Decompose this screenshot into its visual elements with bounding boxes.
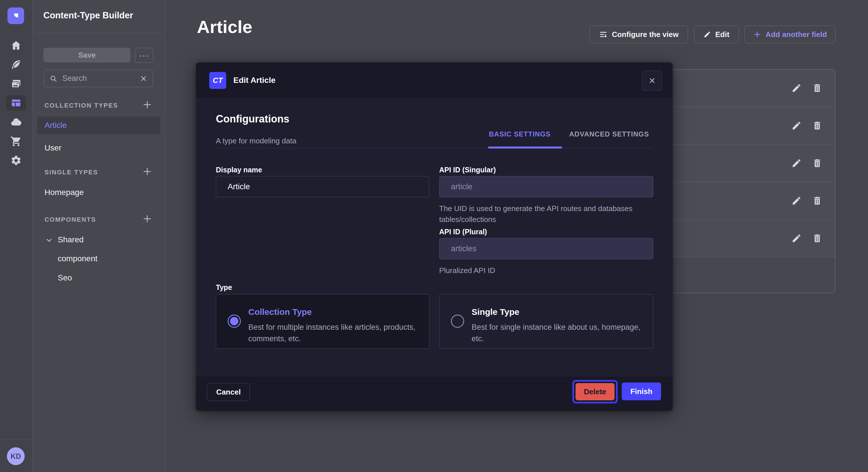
radio-collection-type[interactable] xyxy=(228,314,241,328)
close-icon[interactable] xyxy=(642,71,662,91)
sidebar-item-article[interactable]: Article xyxy=(37,116,160,134)
search-clear-icon[interactable] xyxy=(140,75,147,82)
api-id-singular-input xyxy=(439,176,653,197)
media-library-icon[interactable] xyxy=(10,77,22,90)
tabs-divider xyxy=(216,148,653,148)
user-avatar[interactable]: KD xyxy=(7,447,25,465)
add-another-field-label: Add another field xyxy=(766,30,827,39)
add-single-type-icon[interactable] xyxy=(142,166,153,177)
add-collection-type-icon[interactable] xyxy=(142,99,153,110)
app-window: KD Content-Type Builder Save ··· COLLECT… xyxy=(0,0,868,472)
sidebar-title: Content-Type Builder xyxy=(43,10,133,21)
edit-button[interactable]: Edit xyxy=(694,26,739,43)
row-delete-trash-icon[interactable] xyxy=(812,158,823,168)
search-icon xyxy=(50,75,57,82)
sidebar-item-component[interactable]: component xyxy=(58,254,98,263)
row-edit-pencil-icon[interactable] xyxy=(792,233,802,243)
collection-type-card[interactable]: Collection Type Best for multiple instan… xyxy=(216,294,429,349)
search-box xyxy=(43,70,153,87)
row-delete-trash-icon[interactable] xyxy=(812,196,823,206)
sidebar-item-seo[interactable]: Seo xyxy=(58,273,72,282)
page-title: Article xyxy=(197,16,252,37)
plus-icon xyxy=(753,30,761,38)
collection-types-heading: COLLECTION TYPES xyxy=(44,102,118,109)
tab-basic-settings[interactable]: BASIC SETTINGS xyxy=(489,130,551,138)
single-type-description: Best for single instance like about us, … xyxy=(472,322,647,344)
sidebar-group-shared[interactable]: Shared xyxy=(58,235,84,244)
save-button[interactable]: Save xyxy=(43,48,130,62)
api-id-singular-help: The UID is used to generate the API rout… xyxy=(439,203,646,225)
rail-divider xyxy=(0,439,32,440)
sidebar-divider xyxy=(32,32,165,32)
configurations-subtitle: A type for modeling data xyxy=(216,136,296,145)
row-delete-trash-icon[interactable] xyxy=(812,121,823,131)
type-label: Type xyxy=(216,283,232,292)
components-heading: COMPONENTS xyxy=(44,216,96,224)
delete-button[interactable]: Delete xyxy=(576,383,615,400)
finish-button[interactable]: Finish xyxy=(622,382,661,400)
row-delete-trash-icon[interactable] xyxy=(812,233,823,243)
single-type-title: Single Type xyxy=(472,307,519,317)
configurations-title: Configurations xyxy=(216,113,289,125)
nav-rail: KD xyxy=(0,0,32,472)
settings-gear-icon[interactable] xyxy=(10,154,22,167)
configure-view-icon xyxy=(599,30,608,39)
api-id-plural-input xyxy=(439,238,653,259)
modal-header: CT Edit Article xyxy=(196,63,673,98)
marketplace-cart-icon[interactable] xyxy=(10,135,22,148)
sidebar-item-user[interactable]: User xyxy=(44,143,61,153)
edit-label: Edit xyxy=(715,30,730,39)
search-input[interactable] xyxy=(62,74,135,83)
api-id-plural-label: API ID (Plural) xyxy=(439,228,487,236)
modal-title: Edit Article xyxy=(234,76,276,85)
sidebar-item-homepage[interactable]: Homepage xyxy=(44,188,84,197)
cloud-icon[interactable] xyxy=(10,116,22,129)
add-component-icon[interactable] xyxy=(142,213,153,225)
chevron-down-icon[interactable] xyxy=(45,236,53,245)
display-name-input[interactable] xyxy=(216,176,429,197)
strapi-logo-icon[interactable] xyxy=(7,7,24,24)
single-types-heading: SINGLE TYPES xyxy=(44,169,98,176)
home-icon[interactable] xyxy=(10,39,22,52)
row-edit-pencil-icon[interactable] xyxy=(792,196,802,206)
row-delete-trash-icon[interactable] xyxy=(812,83,823,93)
active-tab-underline xyxy=(488,146,562,148)
collection-type-description: Best for multiple instances like article… xyxy=(248,322,421,344)
api-id-singular-label: API ID (Singular) xyxy=(439,166,496,174)
row-edit-pencil-icon[interactable] xyxy=(792,83,802,93)
row-edit-pencil-icon[interactable] xyxy=(792,121,802,131)
content-type-badge: CT xyxy=(209,72,226,89)
single-type-card[interactable]: Single Type Best for single instance lik… xyxy=(439,294,653,349)
add-another-field-button[interactable]: Add another field xyxy=(745,26,836,43)
configure-view-button[interactable]: Configure the view xyxy=(590,26,688,43)
edit-article-modal: CT Edit Article Configurations A type fo… xyxy=(196,63,673,411)
collection-type-title: Collection Type xyxy=(248,307,312,317)
api-id-plural-help: Pluralized API ID xyxy=(439,265,495,276)
tab-advanced-settings[interactable]: ADVANCED SETTINGS xyxy=(569,130,649,138)
radio-single-type[interactable] xyxy=(451,314,464,328)
cancel-button[interactable]: Cancel xyxy=(207,383,250,401)
display-name-label: Display name xyxy=(216,166,262,174)
row-edit-pencil-icon[interactable] xyxy=(792,158,802,168)
more-options-button[interactable]: ··· xyxy=(135,48,153,63)
delete-button-focus-ring: Delete xyxy=(572,380,618,403)
sidebar: Content-Type Builder Save ··· COLLECTION… xyxy=(32,0,166,472)
content-type-builder-icon[interactable] xyxy=(10,97,22,109)
configure-view-label: Configure the view xyxy=(612,30,679,39)
edit-pencil-icon xyxy=(704,31,711,38)
feather-icon[interactable] xyxy=(10,58,22,71)
